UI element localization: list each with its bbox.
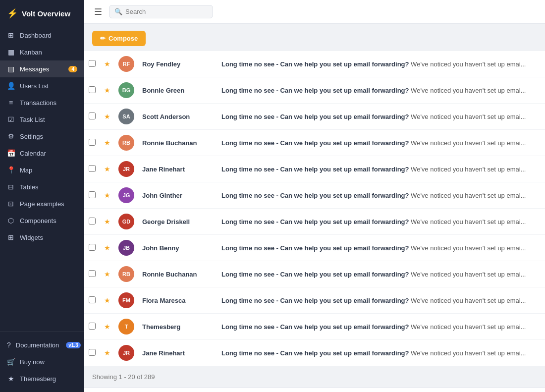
row-star-cell[interactable]: ★ bbox=[100, 104, 114, 130]
row-checkbox-cell bbox=[84, 130, 100, 156]
sidebar-item-tables[interactable]: ⊟ Tables bbox=[0, 178, 84, 195]
star-icon: ★ bbox=[104, 244, 110, 252]
table-row[interactable]: ★ GD George Driskell Long time no see - … bbox=[84, 209, 545, 235]
row-checkbox[interactable] bbox=[89, 323, 96, 330]
row-star-cell[interactable]: ★ bbox=[100, 261, 114, 287]
message-subject: Long time no see - Can we help you set u… bbox=[221, 323, 409, 331]
avatar: BG bbox=[118, 82, 134, 98]
row-checkbox[interactable] bbox=[89, 296, 96, 303]
row-checkbox[interactable] bbox=[89, 112, 96, 119]
sidebar-item-label: Task List bbox=[20, 116, 45, 123]
sidebar-item-buy-now[interactable]: 🛒 Buy now bbox=[0, 353, 84, 370]
avatar: FM bbox=[118, 292, 134, 308]
widgets-icon: ⊞ bbox=[7, 233, 15, 241]
table-row[interactable]: ★ T Themesberg Long time no see - Can we… bbox=[84, 314, 545, 340]
table-row[interactable]: ★ JG John Ginther Long time no see - Can… bbox=[84, 182, 545, 209]
table-row[interactable]: ★ JR Jane Rinehart Long time no see - Ca… bbox=[84, 340, 545, 366]
sidebar-item-users-list[interactable]: 👤 Users List bbox=[0, 77, 84, 94]
sidebar-item-components[interactable]: ⬡ Components bbox=[0, 212, 84, 229]
table-row[interactable]: ★ JR Jane Rinehart Long time no see - Ca… bbox=[84, 156, 545, 182]
star-icon: ★ bbox=[104, 60, 110, 68]
row-checkbox-cell bbox=[84, 51, 100, 77]
row-checkbox-cell bbox=[84, 104, 100, 130]
messages-badge: 4 bbox=[68, 66, 77, 72]
row-star-cell[interactable]: ★ bbox=[100, 209, 114, 235]
row-star-cell[interactable]: ★ bbox=[100, 235, 114, 261]
sidebar-item-map[interactable]: 📍 Map bbox=[0, 162, 84, 178]
row-star-cell[interactable]: ★ bbox=[100, 130, 114, 156]
star-icon: ★ bbox=[104, 270, 110, 278]
sidebar-item-settings[interactable]: ⚙ Settings bbox=[0, 128, 84, 145]
brand: ⚡ Volt Overview bbox=[0, 0, 84, 27]
row-checkbox[interactable] bbox=[89, 60, 96, 67]
row-star-cell[interactable]: ★ bbox=[100, 182, 114, 209]
sidebar-item-label: Calendar bbox=[20, 150, 46, 157]
row-avatar-cell: BG bbox=[114, 77, 138, 104]
row-checkbox[interactable] bbox=[89, 191, 96, 198]
sidebar-item-dashboard[interactable]: ⊞ Dashboard bbox=[0, 27, 84, 44]
transactions-icon: ≡ bbox=[7, 99, 15, 107]
compose-label: Compose bbox=[109, 35, 138, 42]
sidebar-item-task-list[interactable]: ☑ Task List bbox=[0, 111, 84, 128]
message-subject: Long time no see - Can we help you set u… bbox=[221, 218, 409, 225]
message-subject: Long time no see - Can we help you set u… bbox=[221, 297, 409, 304]
sidebar-item-calendar[interactable]: 📅 Calendar bbox=[0, 145, 84, 162]
sidebar-item-label: Documentation bbox=[16, 341, 59, 349]
row-checkbox[interactable] bbox=[89, 270, 96, 277]
message-preview: Long time no see - Can we help you set u… bbox=[218, 156, 545, 182]
row-star-cell[interactable]: ★ bbox=[100, 314, 114, 340]
bolt-icon: ⚡ bbox=[7, 8, 18, 19]
menu-toggle-button[interactable]: ☰ bbox=[92, 4, 104, 19]
row-checkbox[interactable] bbox=[89, 218, 96, 224]
row-checkbox[interactable] bbox=[89, 165, 96, 172]
message-subject: Long time no see - Can we help you set u… bbox=[221, 244, 409, 252]
table-row[interactable]: ★ JB John Benny Long time no see - Can w… bbox=[84, 235, 545, 261]
main-content: ☰ 🔍 ✏ Compose ★ RF Roy Fendley bbox=[84, 0, 545, 392]
sidebar-item-page-examples[interactable]: ⊡ Page examples bbox=[0, 195, 84, 212]
sidebar-item-messages[interactable]: ▤ Messages 4 bbox=[0, 60, 84, 77]
table-row[interactable]: ★ RB Ronnie Buchanan Long time no see - … bbox=[84, 130, 545, 156]
message-preview: Long time no see - Can we help you set u… bbox=[218, 340, 545, 366]
sidebar-item-themesberg[interactable]: ★ Themesberg bbox=[0, 370, 84, 387]
compose-icon: ✏ bbox=[100, 35, 106, 42]
row-star-cell[interactable]: ★ bbox=[100, 77, 114, 104]
message-preview: Long time no see - Can we help you set u… bbox=[218, 182, 545, 209]
sidebar-item-documentation[interactable]: ? Documentation v1.3 bbox=[0, 336, 84, 353]
avatar: RB bbox=[118, 266, 134, 282]
table-row[interactable]: ★ BG Bonnie Green Long time no see - Can… bbox=[84, 77, 545, 104]
row-checkbox[interactable] bbox=[89, 244, 96, 251]
sender-name: Ronnie Buchanan bbox=[138, 130, 218, 156]
table-row[interactable]: ★ RF Roy Fendley Long time no see - Can … bbox=[84, 51, 545, 77]
compose-button[interactable]: ✏ Compose bbox=[92, 31, 146, 46]
table-row[interactable]: ★ RB Ronnie Buchanan Long time no see - … bbox=[84, 261, 545, 287]
table-row[interactable]: ★ SA Scott Anderson Long time no see - C… bbox=[84, 104, 545, 130]
documentation-badge: v1.3 bbox=[66, 342, 80, 348]
row-star-cell[interactable]: ★ bbox=[100, 51, 114, 77]
row-checkbox-cell bbox=[84, 77, 100, 104]
star-icon: ★ bbox=[104, 349, 110, 357]
row-checkbox[interactable] bbox=[89, 86, 96, 93]
calendar-icon: 📅 bbox=[7, 149, 15, 157]
row-checkbox[interactable] bbox=[89, 349, 96, 356]
row-star-cell[interactable]: ★ bbox=[100, 156, 114, 182]
star-icon: ★ bbox=[104, 323, 110, 331]
kanban-icon: ▦ bbox=[7, 48, 15, 56]
sender-name: Jane Rinehart bbox=[138, 156, 218, 182]
star-icon: ★ bbox=[104, 218, 110, 225]
search-icon: 🔍 bbox=[114, 8, 122, 15]
sidebar-item-label: Page examples bbox=[20, 200, 64, 208]
message-subject: Long time no see - Can we help you set u… bbox=[221, 139, 409, 147]
sidebar-item-kanban[interactable]: ▦ Kanban bbox=[0, 44, 84, 60]
avatar: GD bbox=[118, 214, 134, 229]
row-star-cell[interactable]: ★ bbox=[100, 287, 114, 314]
row-checkbox[interactable] bbox=[89, 139, 96, 146]
avatar: SA bbox=[118, 109, 134, 124]
search-input[interactable] bbox=[125, 8, 205, 15]
compose-bar: ✏ Compose bbox=[84, 24, 545, 51]
table-row[interactable]: ★ FM Flora Maresca Long time no see - Ca… bbox=[84, 287, 545, 314]
sidebar-item-widgets[interactable]: ⊞ Widgets bbox=[0, 229, 84, 246]
row-star-cell[interactable]: ★ bbox=[100, 340, 114, 366]
star-icon: ★ bbox=[104, 191, 110, 199]
row-avatar-cell: T bbox=[114, 314, 138, 340]
sidebar-item-transactions[interactable]: ≡ Transactions bbox=[0, 94, 84, 111]
